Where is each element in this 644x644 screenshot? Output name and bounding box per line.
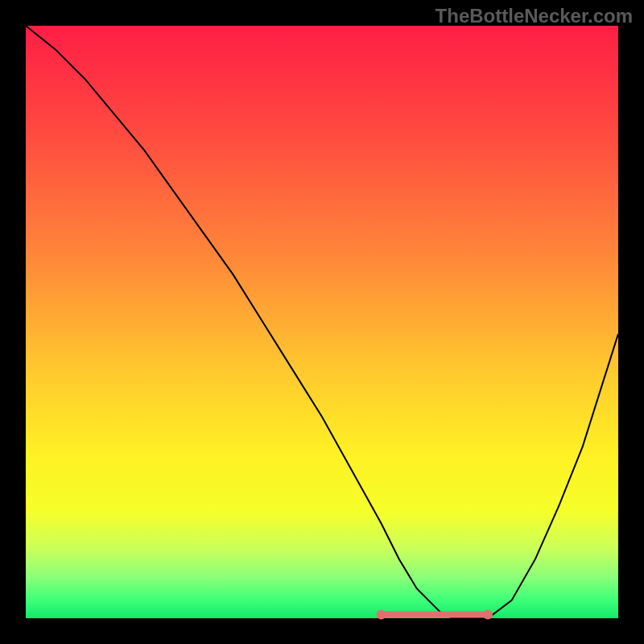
watermark-text: TheBottleNecker.com xyxy=(436,5,633,27)
bottleneck-chart xyxy=(0,0,644,644)
svg-point-1 xyxy=(377,610,386,620)
svg-point-2 xyxy=(483,610,493,620)
chart-container: TheBottleNecker.com xyxy=(0,0,644,644)
